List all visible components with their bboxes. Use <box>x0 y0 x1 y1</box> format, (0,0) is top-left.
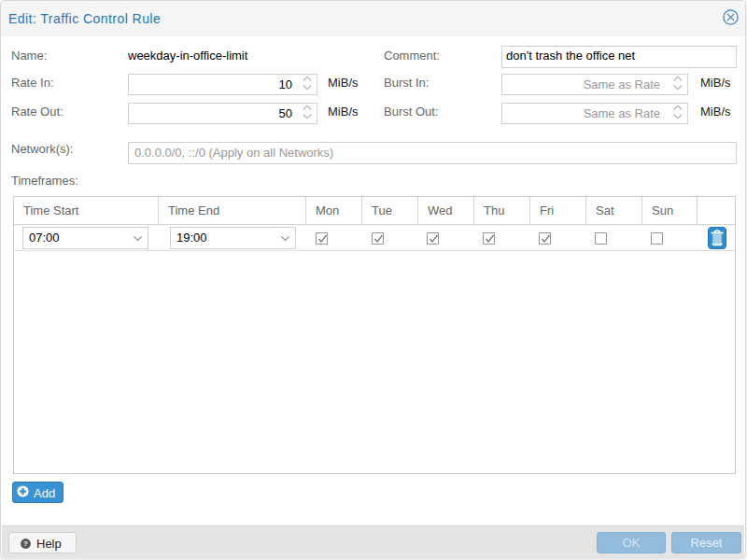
svg-text:?: ? <box>23 539 28 548</box>
